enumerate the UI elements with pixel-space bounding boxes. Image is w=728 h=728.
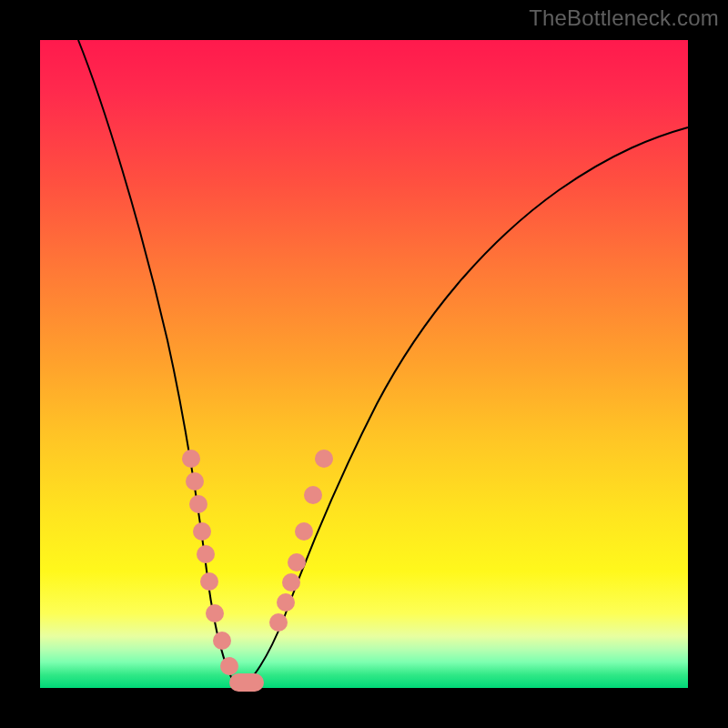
svg-point-2 — [189, 495, 207, 513]
dots-right — [269, 450, 333, 632]
curve-right — [242, 127, 688, 685]
svg-point-8 — [220, 657, 238, 675]
svg-point-15 — [315, 450, 333, 468]
svg-point-0 — [182, 450, 200, 468]
svg-point-5 — [200, 572, 218, 591]
svg-point-3 — [193, 522, 211, 541]
svg-point-11 — [282, 573, 300, 592]
dots-left — [182, 450, 238, 675]
svg-point-10 — [277, 593, 295, 612]
svg-point-7 — [213, 632, 231, 650]
svg-point-1 — [186, 472, 204, 490]
svg-point-4 — [197, 545, 215, 563]
curve-left — [78, 40, 242, 685]
curve-overlay — [40, 40, 688, 688]
chart-stage: TheBottleneck.com — [0, 0, 728, 728]
svg-point-13 — [295, 522, 313, 541]
svg-point-12 — [288, 553, 306, 571]
watermark-text: TheBottleneck.com — [529, 5, 719, 31]
svg-point-14 — [304, 486, 322, 504]
svg-point-6 — [206, 604, 224, 622]
vertex-pill — [229, 673, 264, 692]
svg-point-9 — [269, 613, 288, 632]
